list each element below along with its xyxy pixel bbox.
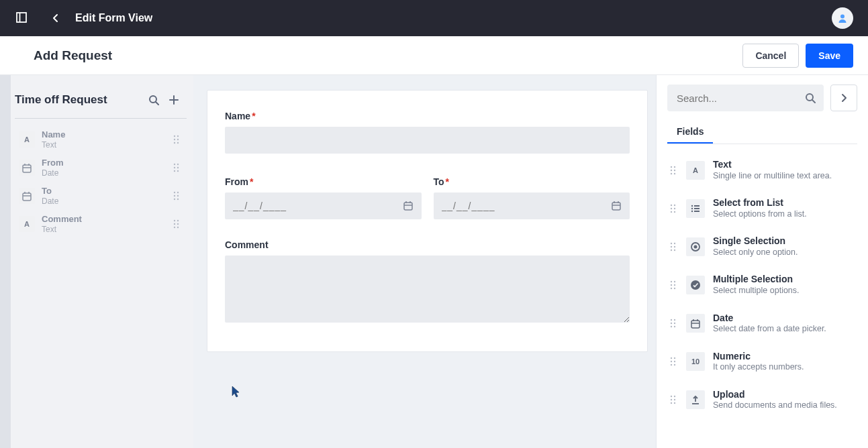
date-field-icon: [19, 160, 35, 176]
field-type-numeric[interactable]: 10 Numeric It only accepts numbers.: [667, 343, 857, 381]
field-type-label: Text: [713, 159, 856, 171]
field-type-label: Upload: [713, 389, 856, 401]
name-input[interactable]: [225, 127, 630, 154]
form-canvas: Name* From* To*: [193, 75, 656, 448]
back-button[interactable]: [48, 11, 63, 25]
field-type-label: Select from List: [713, 197, 856, 209]
upload-icon: [686, 390, 705, 409]
sidebar-item-type: Date: [42, 168, 165, 178]
topbar-title: Edit Form View: [75, 12, 152, 24]
comment-textarea[interactable]: [225, 256, 630, 323]
sidebar-title: Time off Request: [15, 93, 144, 107]
drag-handle-icon[interactable]: [172, 134, 183, 145]
calendar-icon[interactable]: [611, 200, 623, 212]
sidebar-item-type: Text: [42, 225, 165, 234]
save-button[interactable]: Save: [806, 44, 853, 68]
field-type-select-list[interactable]: Select from List Select options from a l…: [667, 189, 857, 227]
drag-handle-icon[interactable]: [669, 318, 678, 329]
field-type-date[interactable]: Date Select date from a date picker.: [667, 304, 857, 343]
sidebar-item-from[interactable]: From Date: [15, 154, 187, 182]
sidebar-item-type: Date: [42, 197, 165, 206]
panel-toggle-icon[interactable]: [15, 11, 30, 25]
sidebar-item-label: From: [42, 158, 165, 168]
field-type-desc: Send documents and media files.: [713, 400, 856, 411]
field-type-single-selection[interactable]: Single Selection Select only one option.: [667, 227, 857, 266]
avatar[interactable]: [832, 7, 853, 29]
field-type-desc: Select date from a date picker.: [713, 324, 856, 335]
from-label: From*: [225, 176, 422, 187]
right-panel: Fields A Text Single line or multiline t…: [656, 75, 868, 448]
field-type-desc: Select multiple options.: [713, 286, 856, 296]
text-field-icon: A: [19, 131, 35, 148]
tab-fields[interactable]: Fields: [667, 121, 713, 144]
cancel-button[interactable]: Cancel: [742, 44, 799, 68]
sidebar-item-name[interactable]: A Name Text: [15, 125, 187, 154]
topbar: Edit Form View: [0, 0, 868, 36]
sidebar-item-label: To: [42, 186, 165, 197]
field-type-desc: It only accepts numbers.: [713, 362, 856, 373]
field-type-label: Date: [713, 313, 856, 325]
sidebar-item-comment[interactable]: A Comment Text: [15, 210, 187, 238]
comment-label: Comment: [225, 239, 630, 250]
drag-handle-icon[interactable]: [172, 162, 183, 173]
field-type-label: Numeric: [713, 351, 856, 363]
sidebar-add-icon[interactable]: [164, 90, 184, 110]
numeric-icon: 10: [686, 352, 705, 371]
page-title: Add Request: [34, 48, 112, 63]
drag-handle-icon[interactable]: [669, 356, 678, 367]
subheader: Add Request Cancel Save: [0, 36, 868, 75]
field-type-desc: Single line or multiline text area.: [713, 171, 856, 182]
form-card: Name* From* To*: [207, 90, 648, 352]
sidebar-item-label: Name: [42, 129, 165, 140]
to-label: To*: [434, 176, 630, 187]
drag-handle-icon[interactable]: [669, 203, 678, 214]
drag-handle-icon[interactable]: [172, 190, 183, 201]
collapse-panel-button[interactable]: [830, 85, 857, 111]
field-type-label: Single Selection: [713, 235, 856, 247]
radio-icon: [686, 237, 705, 256]
name-label: Name*: [225, 111, 630, 121]
drag-handle-icon[interactable]: [669, 280, 678, 290]
field-type-text[interactable]: A Text Single line or multiline text are…: [667, 151, 857, 189]
field-type-multiple-selection[interactable]: Multiple Selection Select multiple optio…: [667, 266, 857, 304]
drag-handle-icon[interactable]: [669, 241, 678, 252]
field-type-desc: Select options from a list.: [713, 209, 856, 220]
search-icon[interactable]: [805, 93, 816, 103]
left-gutter: [0, 75, 11, 448]
check-icon: [686, 276, 705, 294]
sidebar: Time off Request A Name Text From: [11, 75, 193, 448]
sidebar-search-icon[interactable]: [144, 90, 164, 110]
text-icon: A: [686, 161, 705, 180]
date-field-icon: [19, 188, 35, 204]
drag-handle-icon[interactable]: [669, 165, 678, 176]
sidebar-item-type: Text: [42, 140, 165, 150]
sidebar-divider: [15, 118, 187, 119]
calendar-icon[interactable]: [403, 200, 415, 212]
field-type-desc: Select only one option.: [713, 247, 856, 258]
sidebar-item-to[interactable]: To Date: [15, 182, 187, 210]
field-type-label: Multiple Selection: [713, 274, 856, 286]
search-input[interactable]: [667, 85, 824, 111]
field-type-upload[interactable]: Upload Send documents and media files.: [667, 381, 857, 419]
text-field-icon: A: [19, 216, 35, 232]
drag-handle-icon[interactable]: [172, 219, 183, 229]
drag-handle-icon[interactable]: [669, 394, 678, 405]
cursor-icon: [231, 385, 240, 398]
from-date-input[interactable]: [225, 192, 422, 219]
sidebar-item-label: Comment: [42, 214, 165, 225]
list-icon: [686, 199, 705, 218]
to-date-input[interactable]: [434, 192, 630, 219]
calendar-icon: [686, 314, 705, 333]
